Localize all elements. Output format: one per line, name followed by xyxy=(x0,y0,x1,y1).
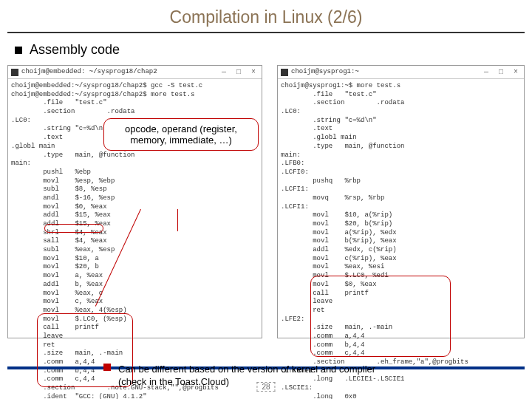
highlight-opcode-line xyxy=(44,224,103,233)
callout-line1: opcode, operand (register, xyxy=(112,123,250,134)
note-line1: Can be different based on the version of… xyxy=(118,364,375,376)
window-controls[interactable]: — □ × xyxy=(484,67,521,77)
highlight-right-block xyxy=(310,276,451,357)
slide-title: Compilation in Linux (2/6) xyxy=(0,0,532,32)
callout-connector-1 xyxy=(177,209,178,231)
note-text: Can be different based on the version of… xyxy=(118,364,375,389)
terminal-left: choijm@embedded: ~/sysprog18/chap2 — □ ×… xyxy=(7,65,262,338)
terminal-left-title: choijm@embedded: ~/sysprog18/chap2 xyxy=(21,68,157,77)
terminal-icon xyxy=(281,69,288,76)
title-underline xyxy=(7,32,525,33)
note-line2: (check in the Toast.Cloud) xyxy=(118,376,375,389)
note-row: Can be different based on the version of… xyxy=(103,364,375,389)
callout-box: opcode, operand (register, memory, immed… xyxy=(103,118,259,151)
square-bullet-red-icon xyxy=(103,364,111,371)
main-bullet-text: Assembly code xyxy=(30,42,120,58)
terminal-left-titlebar: choijm@embedded: ~/sysprog18/chap2 — □ × xyxy=(8,66,262,79)
square-bullet-icon xyxy=(15,47,22,54)
terminal-icon xyxy=(11,69,18,76)
window-controls[interactable]: — □ × xyxy=(222,67,259,77)
main-bullet-row: Assembly code xyxy=(0,39,532,65)
callout-line2: memory, immediate, …) xyxy=(112,134,250,146)
terminal-right-titlebar: choijm@sysprog1:~ — □ × xyxy=(278,66,524,79)
terminal-area: choijm@embedded: ~/sysprog18/chap2 — □ ×… xyxy=(7,65,525,338)
terminal-right-title: choijm@sysprog1:~ xyxy=(291,68,359,77)
